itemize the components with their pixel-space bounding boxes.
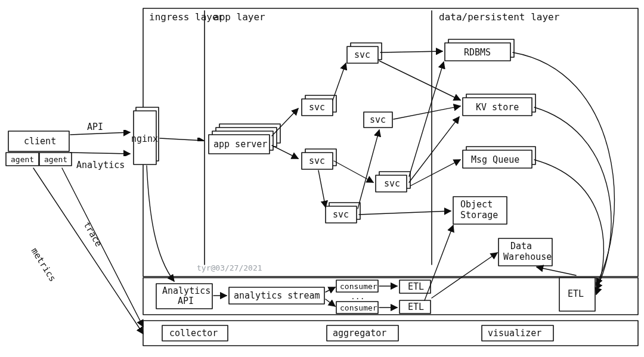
svg-text:svc: svc bbox=[370, 114, 386, 125]
svg-text:app server: app server bbox=[213, 139, 267, 150]
svg-line-84 bbox=[326, 299, 335, 306]
svg-line-63 bbox=[410, 160, 460, 186]
svg-line-37 bbox=[272, 108, 298, 136]
svg-text:Msg Queue: Msg Queue bbox=[471, 154, 519, 165]
svg-text:svc: svc bbox=[333, 209, 349, 220]
svg-line-40 bbox=[334, 161, 373, 182]
svg-text:API: API bbox=[178, 296, 194, 306]
svg-line-59 bbox=[379, 61, 460, 100]
credit-text: tyr@03/27/2021 bbox=[197, 263, 262, 272]
svg-line-97 bbox=[33, 168, 143, 334]
svg-line-41 bbox=[318, 170, 326, 207]
svg-text:Analytics: Analytics bbox=[162, 285, 210, 296]
svg-text:agent: agent bbox=[11, 155, 34, 164]
svg-text:agent: agent bbox=[44, 155, 67, 164]
svg-line-12 bbox=[70, 132, 130, 135]
svg-line-64 bbox=[359, 211, 451, 215]
layer-ingress-label: ingress layer bbox=[149, 11, 224, 23]
edge-analytics: Analytics bbox=[76, 160, 125, 170]
edge-trace: trace bbox=[82, 220, 104, 249]
svg-text:svc: svc bbox=[309, 156, 325, 166]
svg-text:ETL: ETL bbox=[408, 281, 424, 292]
svg-text:KV store: KV store bbox=[476, 102, 519, 113]
svg-text:Data: Data bbox=[510, 241, 532, 252]
svg-text:svc: svc bbox=[309, 102, 325, 113]
svg-line-98 bbox=[62, 168, 143, 327]
svg-line-13 bbox=[70, 153, 130, 154]
svg-text:consumer: consumer bbox=[340, 282, 377, 291]
architecture-diagram: ingress layer app layer data/persistent … bbox=[0, 0, 644, 357]
svg-text:consumer: consumer bbox=[340, 303, 377, 312]
svg-text:Storage: Storage bbox=[460, 210, 498, 221]
svg-line-19 bbox=[160, 138, 204, 141]
svg-text:...: ... bbox=[351, 292, 364, 301]
svg-text:svc: svc bbox=[354, 49, 370, 60]
svg-text:collector: collector bbox=[169, 328, 218, 339]
svg-text:ETL: ETL bbox=[568, 288, 584, 299]
svg-text:RDBMS: RDBMS bbox=[464, 47, 491, 58]
svg-line-83 bbox=[326, 287, 335, 292]
layer-app-label: app layer bbox=[213, 11, 265, 23]
svg-text:nginx: nginx bbox=[131, 134, 158, 144]
svg-line-87 bbox=[425, 225, 453, 300]
svg-text:ETL: ETL bbox=[408, 302, 424, 312]
svg-line-62 bbox=[409, 117, 459, 182]
edge-api: API bbox=[87, 122, 103, 132]
layer-data-label: data/persistent layer bbox=[439, 11, 560, 23]
svg-line-42 bbox=[358, 130, 379, 209]
svg-text:Warehouse: Warehouse bbox=[503, 252, 552, 262]
edge-metrics: metrics bbox=[29, 246, 58, 284]
svg-line-58 bbox=[380, 51, 442, 52]
svg-line-88 bbox=[432, 253, 497, 298]
svg-text:client: client bbox=[24, 136, 56, 147]
svg-text:aggregator: aggregator bbox=[333, 328, 386, 339]
svg-line-39 bbox=[333, 63, 346, 100]
svg-line-38 bbox=[272, 145, 298, 159]
svg-text:analytics stream: analytics stream bbox=[234, 290, 320, 301]
svg-line-89 bbox=[537, 267, 576, 275]
svg-text:visualizer: visualizer bbox=[488, 328, 541, 339]
svg-text:svc: svc bbox=[384, 178, 400, 189]
svg-text:Object: Object bbox=[460, 199, 493, 210]
